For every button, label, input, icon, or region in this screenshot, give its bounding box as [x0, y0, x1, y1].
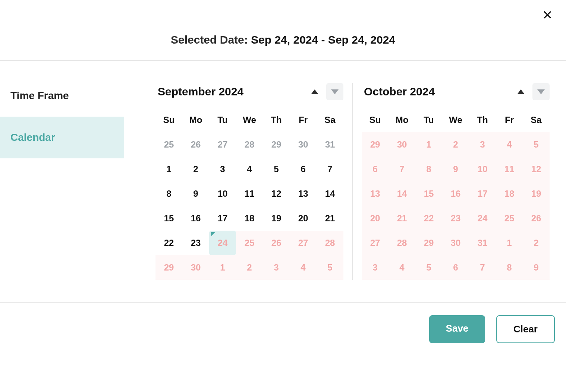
calendar-day[interactable]: 7: [389, 157, 415, 181]
calendar-day[interactable]: 8: [415, 157, 442, 181]
calendar-day[interactable]: 10: [469, 157, 496, 181]
calendar-day[interactable]: 23: [182, 231, 209, 255]
calendar-day[interactable]: 4: [290, 255, 317, 280]
sidebar: Time Frame Calendar: [0, 61, 124, 158]
month-grid: SuMoTuWeThFrSa25262728293031123456789101…: [155, 108, 343, 280]
calendar-day[interactable]: 16: [182, 206, 209, 231]
calendar-day[interactable]: 8: [155, 181, 182, 206]
save-button[interactable]: Save: [429, 315, 485, 343]
calendar-day[interactable]: 5: [317, 255, 343, 280]
calendar-day[interactable]: 13: [362, 181, 389, 206]
calendar-day[interactable]: 9: [442, 157, 469, 181]
calendar-day[interactable]: 31: [317, 132, 343, 157]
calendar-day[interactable]: 16: [442, 181, 469, 206]
calendar-day[interactable]: 6: [442, 255, 469, 280]
calendar-day[interactable]: 1: [415, 132, 442, 157]
calendar-day[interactable]: 29: [155, 255, 182, 280]
calendar-day[interactable]: 15: [415, 181, 442, 206]
calendar-day[interactable]: 6: [362, 157, 389, 181]
calendar-day[interactable]: 26: [523, 206, 550, 231]
calendar-day[interactable]: 26: [182, 132, 209, 157]
day-of-week-header: Mo: [389, 108, 415, 132]
calendar-day[interactable]: 27: [290, 231, 317, 255]
calendar-day[interactable]: 3: [362, 255, 389, 280]
calendar-day[interactable]: 17: [469, 181, 496, 206]
calendar-day[interactable]: 27: [362, 231, 389, 255]
calendar-day[interactable]: 1: [155, 157, 182, 181]
calendar-day[interactable]: 15: [155, 206, 182, 231]
calendar-day[interactable]: 29: [415, 231, 442, 255]
calendar-day[interactable]: 11: [236, 181, 263, 206]
prev-month-button[interactable]: [306, 83, 323, 100]
calendar-day[interactable]: 2: [236, 255, 263, 280]
calendar-day[interactable]: 5: [415, 255, 442, 280]
calendar-day[interactable]: 6: [290, 157, 317, 181]
calendar-day[interactable]: 28: [389, 231, 415, 255]
calendar-day[interactable]: 7: [317, 157, 343, 181]
calendar-day[interactable]: 25: [155, 132, 182, 157]
calendar-day[interactable]: 9: [523, 255, 550, 280]
calendar-day[interactable]: 2: [523, 231, 550, 255]
calendar-day[interactable]: 23: [442, 206, 469, 231]
calendar-day[interactable]: 29: [362, 132, 389, 157]
caret-down-icon: [331, 89, 339, 94]
calendar-day[interactable]: 5: [263, 157, 290, 181]
calendar-day[interactable]: 3: [209, 157, 236, 181]
calendar-day[interactable]: 28: [317, 231, 343, 255]
modal-body: Time Frame Calendar September 2024SuMoTu…: [0, 61, 566, 302]
calendar-day[interactable]: 4: [496, 132, 523, 157]
calendar-day[interactable]: 24: [209, 231, 236, 255]
calendar-day[interactable]: 18: [496, 181, 523, 206]
calendar-day[interactable]: 25: [236, 231, 263, 255]
calendar-day[interactable]: 27: [209, 132, 236, 157]
calendar-day[interactable]: 3: [469, 132, 496, 157]
calendar-day[interactable]: 30: [442, 231, 469, 255]
calendar-day[interactable]: 28: [236, 132, 263, 157]
calendar-day[interactable]: 24: [469, 206, 496, 231]
calendar-day[interactable]: 26: [263, 231, 290, 255]
calendar-day[interactable]: 1: [496, 231, 523, 255]
calendar-day[interactable]: 14: [317, 181, 343, 206]
calendar-day[interactable]: 10: [209, 181, 236, 206]
month-panel: September 2024SuMoTuWeThFrSa252627282930…: [147, 83, 352, 280]
calendar-day[interactable]: 1: [209, 255, 236, 280]
calendar-day[interactable]: 31: [469, 231, 496, 255]
calendar-day[interactable]: 21: [317, 206, 343, 231]
calendar-day[interactable]: 18: [236, 206, 263, 231]
clear-button[interactable]: Clear: [496, 315, 555, 343]
calendar-day[interactable]: 30: [290, 132, 317, 157]
calendar-day[interactable]: 19: [263, 206, 290, 231]
calendar-day[interactable]: 3: [263, 255, 290, 280]
calendar-day[interactable]: 21: [389, 206, 415, 231]
calendar-day[interactable]: 2: [182, 157, 209, 181]
day-of-week-header: We: [236, 108, 263, 132]
calendar-day[interactable]: 12: [263, 181, 290, 206]
calendar-day[interactable]: 30: [182, 255, 209, 280]
day-of-week-header: Sa: [523, 108, 550, 132]
calendar-day[interactable]: 4: [236, 157, 263, 181]
prev-month-button[interactable]: [512, 83, 529, 100]
calendar-day[interactable]: 9: [182, 181, 209, 206]
calendar-day[interactable]: 4: [389, 255, 415, 280]
calendar-day[interactable]: 5: [523, 132, 550, 157]
calendar-day[interactable]: 14: [389, 181, 415, 206]
calendar-day[interactable]: 12: [523, 157, 550, 181]
sidebar-item-calendar[interactable]: Calendar: [0, 117, 124, 158]
calendar-day[interactable]: 22: [415, 206, 442, 231]
calendar-day[interactable]: 13: [290, 181, 317, 206]
close-button[interactable]: ✕: [539, 7, 556, 23]
calendar-day[interactable]: 11: [496, 157, 523, 181]
calendar-day[interactable]: 22: [155, 231, 182, 255]
calendar-day[interactable]: 20: [362, 206, 389, 231]
calendar-day[interactable]: 25: [496, 206, 523, 231]
calendar-day[interactable]: 2: [442, 132, 469, 157]
calendar-day[interactable]: 20: [290, 206, 317, 231]
calendar-day[interactable]: 7: [469, 255, 496, 280]
calendar-day[interactable]: 29: [263, 132, 290, 157]
month-header: September 2024: [155, 83, 343, 100]
calendar-day[interactable]: 8: [496, 255, 523, 280]
calendar-day[interactable]: 17: [209, 206, 236, 231]
calendar-day[interactable]: 19: [523, 181, 550, 206]
day-of-week-header: We: [442, 108, 469, 132]
calendar-day[interactable]: 30: [389, 132, 415, 157]
